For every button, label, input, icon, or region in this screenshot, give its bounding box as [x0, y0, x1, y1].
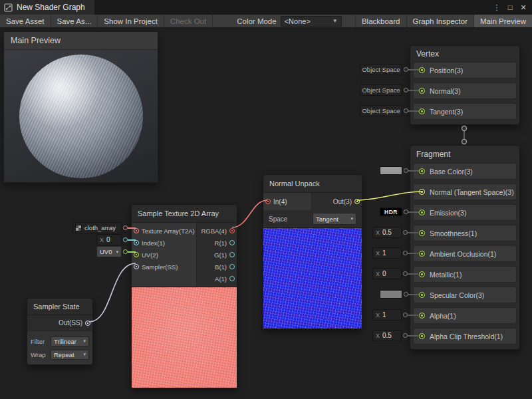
in-port[interactable] — [265, 199, 271, 204]
window-tab[interactable]: New Shader Graph — [0, 0, 94, 15]
block-alpha[interactable]: Alpha(1) — [413, 307, 517, 324]
normal-port[interactable] — [419, 88, 425, 94]
texture-array-widget: cloth_array — [72, 222, 136, 233]
node-vertex[interactable]: Vertex Position(3) Normal(3) Tangent(3) — [410, 45, 520, 125]
block-label: Emission(3) — [430, 209, 466, 217]
metallic-port[interactable] — [419, 271, 425, 277]
normal-tangent-port[interactable] — [419, 189, 425, 195]
normal-space-widget: Object Space — [360, 84, 419, 96]
chevron-down-icon: ▾ — [116, 249, 118, 255]
alpha-port[interactable] — [419, 313, 425, 319]
out-ss-port[interactable] — [85, 321, 90, 326]
uv-channel-dropdown[interactable]: UV0 ▾ — [96, 246, 122, 257]
block-ambient-occlusion[interactable]: Ambient Occlusion(1) — [413, 245, 517, 262]
port-row-a: A(1) — [197, 273, 237, 285]
r-output-port[interactable] — [229, 240, 235, 245]
space-dropdown[interactable]: Object Space — [360, 84, 402, 96]
block-specular-color[interactable]: Specular Color(3) — [413, 287, 517, 303]
tangent-space-widget: Object Space — [360, 105, 419, 116]
float-field[interactable]: X 0.5 — [372, 330, 402, 341]
g-output-port[interactable] — [229, 252, 235, 257]
port-row-in: In(4) — [263, 193, 311, 210]
block-label: Normal (Tangent Space)(3) — [430, 188, 514, 196]
shader-graph-icon — [4, 3, 13, 12]
float-field[interactable]: X 0 — [372, 268, 402, 279]
wrap-dropdown[interactable]: Repeat ▾ — [51, 350, 89, 360]
blackboard-toggle[interactable]: Blackboard — [355, 15, 406, 27]
wrap-label: Wrap — [31, 351, 46, 358]
menu-icon[interactable]: ⋮ — [491, 1, 503, 13]
texture-object-field[interactable]: cloth_array — [72, 222, 122, 233]
block-base-color[interactable]: Base Color(3) — [413, 163, 517, 180]
position-port[interactable] — [419, 67, 425, 73]
port-row-uv: UV(2) — [132, 249, 196, 261]
block-emission[interactable]: Emission(3) — [413, 204, 517, 221]
a-output-port[interactable] — [229, 276, 235, 281]
main-preview-panel[interactable]: Main Preview — [3, 31, 158, 183]
block-smoothness[interactable]: Smoothness(1) — [413, 225, 517, 241]
sample-node-ports: Texture Array(T2A) Index(1) UV(2) Sample… — [132, 222, 237, 287]
widget-port — [404, 67, 408, 72]
preview-sphere — [19, 55, 143, 178]
maximize-icon[interactable]: □ — [504, 1, 516, 13]
block-position[interactable]: Position(3) — [413, 62, 517, 78]
port-row-rgba: RGBA(4) — [197, 225, 237, 237]
specular-color-port[interactable] — [419, 292, 425, 298]
specular-color-widget — [380, 289, 419, 300]
node-sampler-state[interactable]: Sampler State Out(SS) Filter Trilinear ▾… — [27, 298, 93, 365]
save-as-button[interactable]: Save As... — [51, 15, 98, 27]
block-normal[interactable]: Normal(3) — [413, 82, 517, 99]
color-mode-value: <None> — [285, 17, 311, 25]
close-icon[interactable]: ✕ — [517, 1, 529, 13]
block-tangent[interactable]: Tangent(3) — [413, 103, 517, 120]
chevron-down-icon: ▾ — [350, 216, 353, 221]
hdr-color-field[interactable]: HDR — [380, 207, 402, 216]
space-dropdown[interactable]: Tangent ▾ — [313, 213, 356, 225]
block-alpha-clip-threshold[interactable]: Alpha Clip Threshold(1) — [413, 328, 517, 344]
node-fragment[interactable]: Fragment Base Color(3) Normal (Tangent S… — [410, 145, 520, 350]
float-field[interactable]: X 0.5 — [372, 227, 402, 238]
filter-dropdown[interactable]: Trilinear ▾ — [51, 336, 89, 346]
rgba-output-port[interactable] — [229, 228, 235, 233]
save-asset-button[interactable]: Save Asset — [0, 15, 51, 27]
port-row-g: G(1) — [197, 249, 237, 261]
block-label: Tangent(3) — [430, 108, 463, 116]
b-output-port[interactable] — [229, 264, 235, 269]
graph-canvas[interactable]: Main Preview Vertex Position(3) Normal(3… — [0, 28, 532, 399]
port-row-out: Out(3) — [311, 193, 362, 210]
block-normal-tangent[interactable]: Normal (Tangent Space)(3) — [413, 184, 517, 200]
base-color-port[interactable] — [419, 168, 425, 174]
node-sample-texture-2d-array[interactable]: Sample Texture 2D Array Texture Array(T2… — [131, 204, 237, 388]
show-in-project-button[interactable]: Show In Project — [98, 15, 164, 27]
main-preview-toggle[interactable]: Main Preview — [473, 15, 532, 27]
alpha-clip-port[interactable] — [419, 333, 425, 339]
block-metallic[interactable]: Metallic(1) — [413, 266, 517, 283]
sampler-input-port[interactable] — [134, 264, 139, 269]
out-port[interactable] — [354, 199, 360, 204]
main-preview-viewport[interactable] — [4, 50, 158, 182]
space-dropdown[interactable]: Object Space — [360, 64, 402, 75]
float-field[interactable]: X 1 — [372, 309, 402, 321]
smoothness-port[interactable] — [419, 230, 425, 236]
float-field[interactable]: X 0 — [96, 234, 122, 245]
block-label: Ambient Occlusion(1) — [430, 250, 496, 258]
emission-widget: HDR — [380, 206, 419, 217]
metallic-widget: X 0 — [372, 268, 418, 279]
space-dropdown[interactable]: Object Space — [360, 105, 402, 116]
graph-inspector-toggle[interactable]: Graph Inspector — [406, 15, 473, 27]
block-label: Position(3) — [430, 66, 463, 74]
emission-port[interactable] — [419, 209, 425, 215]
node-normal-unpack[interactable]: Normal Unpack In(4) Out(3) Space Tangent… — [263, 174, 362, 329]
sample-node-title: Sample Texture 2D Array — [132, 205, 237, 222]
color-swatch[interactable] — [380, 290, 402, 299]
widget-port — [404, 108, 408, 113]
color-swatch[interactable] — [380, 166, 402, 175]
main-preview-header[interactable]: Main Preview — [4, 32, 158, 50]
uv-channel-widget: UV0 ▾ — [96, 246, 136, 257]
ambient-occlusion-port[interactable] — [419, 251, 425, 257]
color-mode-dropdown[interactable]: <None> ▼ — [281, 16, 342, 27]
block-label: Normal(3) — [430, 87, 461, 95]
tangent-port[interactable] — [419, 108, 425, 114]
edge-samplerstate-sampler[interactable] — [89, 263, 136, 322]
float-field[interactable]: X 1 — [372, 247, 402, 259]
